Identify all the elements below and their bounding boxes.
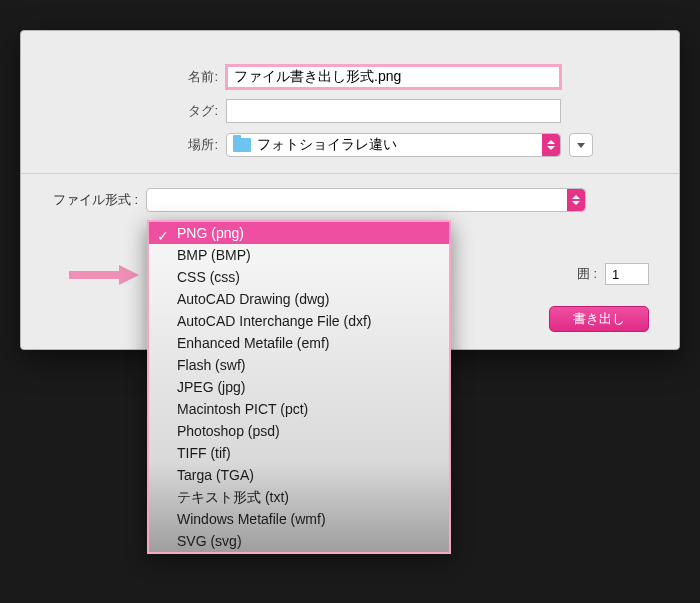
svg-marker-0 [69,265,139,285]
range-input[interactable] [605,263,649,285]
dropdown-item[interactable]: Windows Metafile (wmf) [149,508,449,530]
dropdown-item-label: SVG (svg) [177,533,242,549]
dropdown-item[interactable]: Flash (swf) [149,354,449,376]
dropdown-item-label: PNG (png) [177,225,244,241]
dropdown-item[interactable]: SVG (svg) [149,530,449,552]
name-input[interactable] [226,65,561,89]
filetype-row: ファイル形式 : [21,188,679,212]
dropdown-item[interactable]: Macintosh PICT (pct) [149,398,449,420]
location-select[interactable]: フォトショイラレ違い [226,133,561,157]
tag-input[interactable] [226,99,561,123]
tag-row: タグ: [21,99,679,123]
arrow-annotation-icon [69,263,139,287]
dropdown-item-label: Photoshop (psd) [177,423,280,439]
dropdown-item[interactable]: BMP (BMP) [149,244,449,266]
range-label: 囲 : [577,265,597,283]
dropdown-item-label: TIFF (tif) [177,445,231,461]
location-value: フォトショイラレ違い [257,136,397,154]
divider [21,173,679,174]
filetype-select[interactable] [146,188,586,212]
checkmark-icon: ✓ [157,225,171,239]
location-label: 場所: [21,136,226,154]
dropdown-item-label: Flash (swf) [177,357,245,373]
tag-label: タグ: [21,102,226,120]
dropdown-item-label: AutoCAD Interchange File (dxf) [177,313,372,329]
expand-toggle[interactable] [569,133,593,157]
dropdown-item[interactable]: Photoshop (psd) [149,420,449,442]
filetype-dropdown-menu: ✓PNG (png)BMP (BMP)CSS (css)AutoCAD Draw… [147,220,451,554]
dropdown-item[interactable]: JPEG (jpg) [149,376,449,398]
updown-arrows-icon [542,134,560,156]
dropdown-item-label: JPEG (jpg) [177,379,245,395]
dropdown-item[interactable]: ✓PNG (png) [149,222,449,244]
dropdown-item-label: Macintosh PICT (pct) [177,401,308,417]
dropdown-item-label: Windows Metafile (wmf) [177,511,326,527]
dropdown-item[interactable]: AutoCAD Drawing (dwg) [149,288,449,310]
dropdown-item-label: Enhanced Metafile (emf) [177,335,330,351]
dropdown-item-label: AutoCAD Drawing (dwg) [177,291,330,307]
filetype-label: ファイル形式 : [21,191,146,209]
dropdown-item[interactable]: Targa (TGA) [149,464,449,486]
dropdown-item-label: Targa (TGA) [177,467,254,483]
dropdown-item[interactable]: TIFF (tif) [149,442,449,464]
range-row: 囲 : [577,263,649,285]
export-button[interactable]: 書き出し [549,306,649,332]
dropdown-item[interactable]: テキスト形式 (txt) [149,486,449,508]
chevron-down-icon [577,143,585,148]
name-row: 名前: [21,65,679,89]
dropdown-item-label: テキスト形式 (txt) [177,489,289,505]
name-label: 名前: [21,68,226,86]
location-row: 場所: フォトショイラレ違い [21,133,679,157]
folder-icon [233,138,251,152]
dropdown-item-label: BMP (BMP) [177,247,251,263]
dropdown-item-label: CSS (css) [177,269,240,285]
updown-arrows-icon [567,189,585,211]
dropdown-item[interactable]: Enhanced Metafile (emf) [149,332,449,354]
dropdown-item[interactable]: AutoCAD Interchange File (dxf) [149,310,449,332]
dropdown-item[interactable]: CSS (css) [149,266,449,288]
